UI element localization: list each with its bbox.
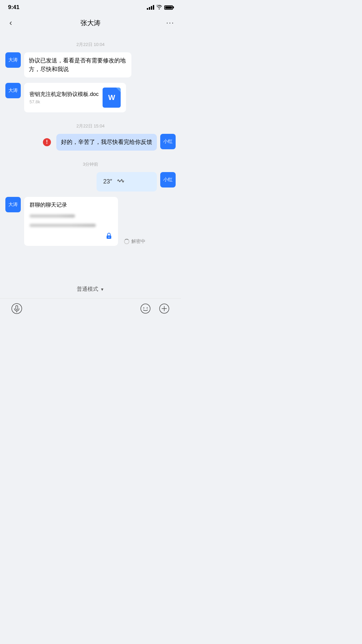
svg-point-6 (143, 308, 144, 309)
mic-button[interactable] (10, 302, 23, 315)
chat-title: 张大涛 (80, 18, 101, 28)
add-button[interactable] (158, 302, 171, 315)
timestamp-3: 3分钟前 (5, 161, 176, 167)
bottom-toolbar (0, 298, 181, 322)
voice-wave-icon (117, 177, 125, 187)
status-icons (147, 5, 173, 10)
file-name: 密钥充注机定制协议模板.doc (29, 91, 99, 98)
file-bubble[interactable]: 密钥充注机定制协议模板.doc 57.8k W (24, 83, 126, 112)
avatar-xiaohong: 小红 (160, 134, 176, 149)
avatar-datao-3: 大涛 (5, 197, 21, 212)
voice-message-row: 小红 23″ (5, 172, 176, 192)
file-message-row: 大涛 密钥充注机定制协议模板.doc 57.8k W (5, 83, 176, 112)
record-title: 群聊的聊天记录 (29, 202, 113, 209)
lock-icon (29, 232, 113, 241)
mode-selector[interactable]: 普通模式 ▼ (0, 280, 181, 298)
mode-arrow-icon: ▼ (100, 287, 104, 292)
avatar-datao: 大涛 (5, 52, 21, 68)
signal-icon (147, 5, 154, 10)
wifi-icon (156, 5, 162, 10)
svg-rect-3 (16, 306, 18, 310)
error-indicator[interactable]: ! (43, 138, 51, 146)
svg-point-5 (141, 304, 150, 313)
mode-label: 普通模式 (77, 286, 98, 293)
file-size: 57.8k (29, 99, 99, 104)
header: ‹ 张大涛 ··· (0, 13, 181, 34)
message-row-right: 小红 好的，辛苦了，我尽快看完给你反馈 ! (5, 134, 176, 151)
svg-point-7 (147, 308, 148, 309)
decrypt-status: 解密中 (124, 238, 145, 245)
decrypt-spinner-icon (124, 239, 129, 244)
status-bar: 9:41 (0, 0, 181, 13)
voice-bubble[interactable]: 23″ (97, 172, 157, 192)
voice-duration: 23″ (103, 178, 112, 185)
file-info: 密钥充注机定制协议模板.doc 57.8k (29, 91, 99, 104)
message-bubble[interactable]: 协议已发送，看看是否有需要修改的地方，尽快和我说 (24, 52, 131, 77)
timestamp-1: 2月22日 10:04 (5, 42, 176, 48)
svg-point-1 (109, 236, 110, 237)
record-message-row: 大涛 群聊的聊天记录 解密中 (5, 197, 176, 246)
status-time: 9:41 (8, 4, 19, 11)
record-bubble[interactable]: 群聊的聊天记录 (24, 197, 118, 246)
emoji-button[interactable] (139, 302, 152, 315)
toolbar-right (139, 302, 171, 315)
more-button[interactable]: ··· (166, 18, 174, 27)
avatar-datao-2: 大涛 (5, 83, 21, 98)
message-row: 大涛 协议已发送，看看是否有需要修改的地方，尽快和我说 (5, 52, 176, 77)
timestamp-2: 2月22日 15:04 (5, 123, 176, 129)
avatar-xiaohong-2: 小红 (160, 172, 176, 187)
message-bubble-right[interactable]: 好的，辛苦了，我尽快看完给你反馈 (56, 134, 157, 151)
record-preview (29, 213, 113, 229)
chat-area: 2月22日 10:04 大涛 协议已发送，看看是否有需要修改的地方，尽快和我说 … (0, 34, 181, 280)
battery-icon (164, 5, 173, 10)
back-button[interactable]: ‹ (7, 17, 15, 29)
word-file-icon: W (103, 88, 121, 108)
